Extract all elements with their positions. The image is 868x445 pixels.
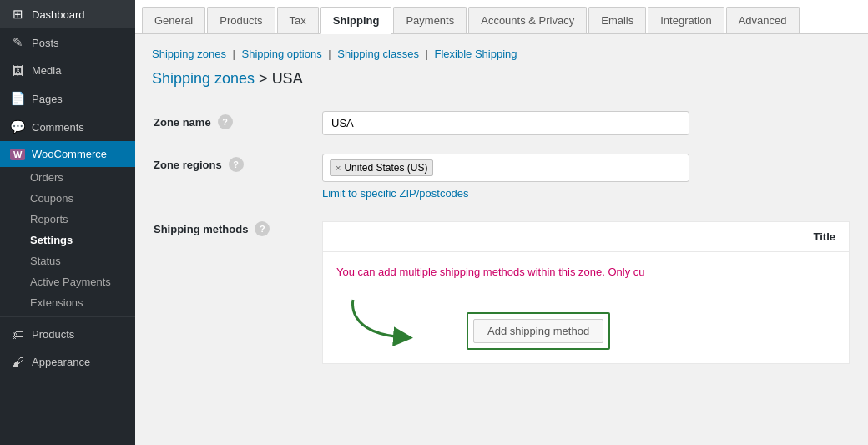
breadcrumb-link[interactable]: Shipping zones — [152, 70, 255, 87]
breadcrumb: Shipping zones > USA — [152, 70, 851, 88]
sidebar-item-posts[interactable]: ✎ Posts — [0, 28, 135, 57]
tab-bar: General Products Tax Shipping Payments A… — [135, 0, 868, 34]
zone-name-input[interactable] — [322, 111, 689, 135]
settings-form: Zone name ? Zone regions ? — [152, 101, 851, 374]
breadcrumb-current: USA — [272, 70, 303, 87]
methods-message: You can add multiple shipping methods wi… — [336, 265, 835, 278]
shipping-methods-row: Shipping methods ? Title You can add mul… — [154, 210, 850, 372]
sidebar-item-label: Dashboard — [32, 8, 85, 21]
zone-region-tag: × United States (US) — [330, 159, 433, 176]
sidebar-item-appearance[interactable]: 🖌 Appearance — [0, 348, 135, 376]
products-icon: 🏷 — [10, 327, 25, 341]
appearance-icon: 🖌 — [10, 355, 25, 369]
sidebar-item-label: Media — [32, 64, 61, 77]
zone-name-help-icon[interactable]: ? — [218, 114, 233, 129]
sidebar-item-products[interactable]: 🏷 Products — [0, 321, 135, 348]
woo-icon: W — [10, 149, 25, 160]
tag-remove-icon[interactable]: × — [336, 163, 341, 173]
sidebar-item-label: Posts — [32, 37, 59, 49]
zone-regions-help-icon[interactable]: ? — [229, 157, 244, 172]
zone-regions-label: Zone regions — [154, 159, 222, 171]
tab-shipping[interactable]: Shipping — [320, 7, 392, 34]
sidebar-item-dashboard[interactable]: ⊞ Dashboard — [0, 0, 135, 28]
add-shipping-method-button[interactable]: Add shipping method — [473, 319, 603, 343]
sidebar-item-label: WooCommerce — [32, 148, 107, 160]
sidebar-item-label: Products — [32, 328, 74, 341]
shipping-methods-help-icon[interactable]: ? — [255, 221, 270, 236]
sub-nav: Shipping zones | Shipping options | Ship… — [152, 48, 851, 60]
dashboard-icon: ⊞ — [10, 7, 25, 22]
sidebar-item-label: Pages — [32, 93, 63, 105]
methods-body: You can add multiple shipping methods wi… — [322, 252, 850, 364]
zone-name-row: Zone name ? — [154, 103, 850, 144]
posts-icon: ✎ — [10, 35, 25, 50]
tab-advanced[interactable]: Advanced — [726, 7, 800, 33]
sidebar-subitem-status[interactable]: Status — [0, 250, 135, 271]
zone-name-label: Zone name — [154, 116, 211, 129]
sidebar-item-comments[interactable]: 💬 Comments — [0, 113, 135, 141]
zone-regions-field[interactable]: × United States (US) — [322, 154, 689, 182]
tab-integration[interactable]: Integration — [648, 7, 724, 33]
subnav-flexible[interactable]: Flexible Shipping — [435, 48, 517, 60]
tab-emails[interactable]: Emails — [588, 7, 646, 33]
sidebar-subitem-orders[interactable]: Orders — [0, 167, 135, 188]
subnav-classes[interactable]: Shipping classes — [337, 48, 419, 60]
sidebar-subitem-extensions[interactable]: Extensions — [0, 292, 135, 313]
shipping-methods-label: Shipping methods — [154, 223, 248, 235]
sidebar-item-pages[interactable]: 📄 Pages — [0, 84, 135, 113]
methods-container: Title You can add multiple shipping meth… — [322, 221, 850, 364]
sidebar-item-media[interactable]: 🖼 Media — [0, 57, 135, 84]
sidebar-item-label: Appearance — [32, 356, 90, 368]
sidebar-subitem-settings[interactable]: Settings — [0, 230, 135, 250]
arrow-svg — [336, 291, 453, 350]
sidebar: ⊞ Dashboard ✎ Posts 🖼 Media 📄 Pages 💬 Co… — [0, 0, 135, 445]
subnav-options[interactable]: Shipping options — [242, 48, 322, 60]
tag-label: United States (US) — [344, 162, 427, 174]
main-panel: General Products Tax Shipping Payments A… — [135, 0, 868, 445]
zone-regions-row: Zone regions ? × United States (US) Limi… — [154, 145, 850, 208]
tab-accounts-privacy[interactable]: Accounts & Privacy — [468, 7, 587, 33]
limit-zip-link[interactable]: Limit to specific ZIP/postcodes — [322, 187, 850, 200]
pages-icon: 📄 — [10, 91, 25, 106]
sidebar-item-woocommerce[interactable]: W WooCommerce — [0, 141, 135, 167]
comments-icon: 💬 — [10, 119, 25, 134]
methods-header: Title — [322, 221, 850, 252]
tab-products[interactable]: Products — [207, 7, 275, 33]
tab-payments[interactable]: Payments — [393, 7, 467, 33]
media-icon: 🖼 — [10, 63, 25, 78]
tab-general[interactable]: General — [142, 7, 205, 33]
sidebar-subitem-active-payments[interactable]: Active Payments — [0, 271, 135, 292]
subnav-zones[interactable]: Shipping zones — [152, 48, 226, 60]
sidebar-subitem-reports[interactable]: Reports — [0, 209, 135, 230]
sidebar-subitem-coupons[interactable]: Coupons — [0, 188, 135, 209]
content-area: Shipping zones | Shipping options | Ship… — [135, 34, 868, 445]
sidebar-item-label: Comments — [32, 121, 84, 134]
arrow-container — [336, 291, 453, 350]
tab-tax[interactable]: Tax — [277, 7, 319, 33]
add-method-button-wrapper: Add shipping method — [467, 312, 610, 350]
